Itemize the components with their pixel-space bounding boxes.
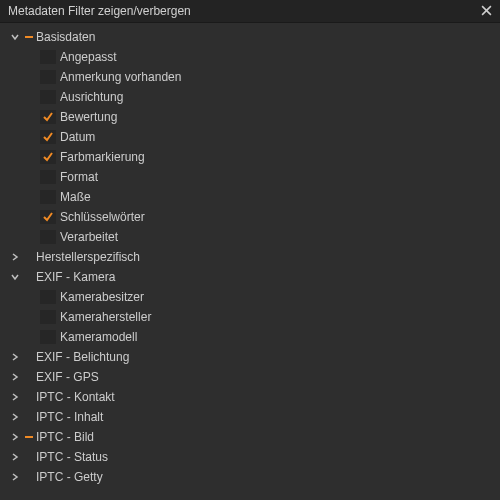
chevron-right-icon[interactable] <box>8 373 22 381</box>
tree-group-exif-kamera[interactable]: EXIF - Kamera <box>0 267 500 287</box>
checkbox-checked-icon[interactable] <box>40 150 56 164</box>
group-label: IPTC - Bild <box>36 430 94 444</box>
tree-item-label: Kamerabesitzer <box>60 290 144 304</box>
group-label: IPTC - Status <box>36 450 108 464</box>
group-state-icon <box>22 36 36 38</box>
chevron-right-icon[interactable] <box>8 473 22 481</box>
tree-item-label: Kameramodell <box>60 330 137 344</box>
group-label: EXIF - Belichtung <box>36 350 129 364</box>
tree-item[interactable]: Bewertung <box>0 107 500 127</box>
group-label: IPTC - Inhalt <box>36 410 103 424</box>
tree-item-label: Farbmarkierung <box>60 150 145 164</box>
tree-item[interactable]: Kameramodell <box>0 327 500 347</box>
checkbox-unchecked-icon[interactable] <box>40 330 56 344</box>
checkbox-checked-icon[interactable] <box>40 110 56 124</box>
tree-item[interactable]: Ausrichtung <box>0 87 500 107</box>
checkbox-unchecked-icon[interactable] <box>40 70 56 84</box>
group-label: EXIF - Kamera <box>36 270 115 284</box>
panel-title: Metadaten Filter zeigen/verbergen <box>8 4 191 18</box>
checkbox-unchecked-icon[interactable] <box>40 170 56 184</box>
tree-item[interactable]: Datum <box>0 127 500 147</box>
tree-item-label: Anmerkung vorhanden <box>60 70 181 84</box>
tree-item[interactable]: Kamerahersteller <box>0 307 500 327</box>
chevron-down-icon[interactable] <box>8 273 22 281</box>
tree-group-iptc-bild[interactable]: IPTC - Bild <box>0 427 500 447</box>
tree-item-label: Bewertung <box>60 110 117 124</box>
close-icon[interactable] <box>479 5 494 18</box>
chevron-right-icon[interactable] <box>8 433 22 441</box>
tree-item-label: Datum <box>60 130 95 144</box>
tree-group-exif-belichtung[interactable]: EXIF - Belichtung <box>0 347 500 367</box>
tree-item-label: Maße <box>60 190 91 204</box>
tree-item[interactable]: Kamerabesitzer <box>0 287 500 307</box>
checkbox-unchecked-icon[interactable] <box>40 50 56 64</box>
checkbox-unchecked-icon[interactable] <box>40 310 56 324</box>
group-label: EXIF - GPS <box>36 370 99 384</box>
group-children: KamerabesitzerKameraherstellerKameramode… <box>0 287 500 347</box>
tree-item[interactable]: Angepasst <box>0 47 500 67</box>
group-state-icon <box>22 436 36 438</box>
chevron-right-icon[interactable] <box>8 353 22 361</box>
panel-titlebar: Metadaten Filter zeigen/verbergen <box>0 0 500 23</box>
chevron-right-icon[interactable] <box>8 453 22 461</box>
group-label: IPTC - Getty <box>36 470 103 484</box>
group-label: Basisdaten <box>36 30 95 44</box>
tree-item-label: Schlüsselwörter <box>60 210 145 224</box>
tree-group-iptc-kontakt[interactable]: IPTC - Kontakt <box>0 387 500 407</box>
tree-item[interactable]: Schlüsselwörter <box>0 207 500 227</box>
tree-item-label: Angepasst <box>60 50 117 64</box>
checkbox-unchecked-icon[interactable] <box>40 290 56 304</box>
chevron-right-icon[interactable] <box>8 413 22 421</box>
tree-item[interactable]: Anmerkung vorhanden <box>0 67 500 87</box>
checkbox-checked-icon[interactable] <box>40 130 56 144</box>
tree-group-exif-gps[interactable]: EXIF - GPS <box>0 367 500 387</box>
tree-item[interactable]: Farbmarkierung <box>0 147 500 167</box>
chevron-right-icon[interactable] <box>8 253 22 261</box>
chevron-down-icon[interactable] <box>8 33 22 41</box>
tree-item[interactable]: Maße <box>0 187 500 207</box>
tree-group-basisdaten[interactable]: Basisdaten <box>0 27 500 47</box>
tree-item-label: Verarbeitet <box>60 230 118 244</box>
checkbox-unchecked-icon[interactable] <box>40 190 56 204</box>
metadata-filter-tree: BasisdatenAngepasstAnmerkung vorhandenAu… <box>0 23 500 491</box>
tree-item[interactable]: Format <box>0 167 500 187</box>
chevron-right-icon[interactable] <box>8 393 22 401</box>
group-label: Herstellerspezifisch <box>36 250 140 264</box>
tree-item[interactable]: Verarbeitet <box>0 227 500 247</box>
tree-group-iptc-getty[interactable]: IPTC - Getty <box>0 467 500 487</box>
group-children: AngepasstAnmerkung vorhandenAusrichtungB… <box>0 47 500 247</box>
tree-item-label: Ausrichtung <box>60 90 123 104</box>
checkbox-unchecked-icon[interactable] <box>40 90 56 104</box>
tree-group-herstellerspezifisch[interactable]: Herstellerspezifisch <box>0 247 500 267</box>
group-label: IPTC - Kontakt <box>36 390 115 404</box>
tree-item-label: Kamerahersteller <box>60 310 151 324</box>
checkbox-checked-icon[interactable] <box>40 210 56 224</box>
checkbox-unchecked-icon[interactable] <box>40 230 56 244</box>
tree-item-label: Format <box>60 170 98 184</box>
tree-group-iptc-inhalt[interactable]: IPTC - Inhalt <box>0 407 500 427</box>
tree-group-iptc-status[interactable]: IPTC - Status <box>0 447 500 467</box>
